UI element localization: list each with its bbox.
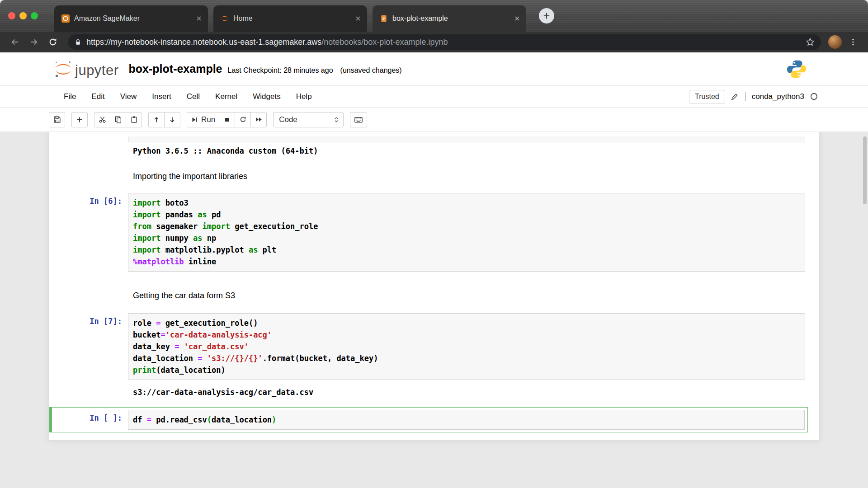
move-cell-up-button[interactable] [148, 112, 165, 127]
markdown-text: Importing the important libraries [128, 170, 805, 182]
save-button[interactable] [49, 112, 65, 127]
bookmark-star-icon[interactable] [806, 38, 815, 47]
code-cell[interactable]: In [6]:import boto3import pandas as pdfr… [49, 193, 819, 272]
copy-cell-button[interactable] [110, 112, 126, 127]
interrupt-kernel-button[interactable] [219, 112, 235, 127]
code-line: %matplotlib inline [133, 256, 800, 267]
jupyter-logo-icon [53, 59, 73, 79]
menu-view[interactable]: View [113, 89, 145, 104]
tab-title: Amazon SageMaker [74, 14, 191, 23]
code-line: from sagemaker import get_execution_role [133, 221, 800, 232]
cell-prompt: In [7]: [49, 313, 128, 326]
tab-amazon-sagemaker[interactable]: Amazon SageMaker [54, 5, 208, 32]
code-line: import numpy as np [133, 232, 800, 244]
run-button-label: Run [201, 115, 215, 124]
cut-cell-button[interactable] [94, 112, 110, 127]
restart-kernel-button[interactable] [235, 112, 251, 127]
arrow-up-icon [153, 116, 160, 123]
browser-toolbar: https://my-notebook-instance.notebook.us… [0, 32, 868, 52]
output-text: s3://car-data-analysis-acg/car_data.csv [128, 386, 805, 398]
url-host: https://my-notebook-instance.notebook.us… [86, 38, 321, 47]
kernel-idle-indicator-icon [810, 92, 818, 101]
browser-menu-button[interactable] [845, 34, 861, 50]
code-input-area[interactable]: import boto3import pandas as pdfrom sage… [128, 193, 805, 272]
arrow-down-icon [169, 116, 176, 123]
reload-button[interactable] [45, 34, 61, 50]
scrollbar-thumb[interactable] [863, 136, 867, 204]
unsaved-changes-status: (unsaved changes) [340, 66, 402, 75]
three-dots-icon [849, 38, 857, 46]
menu-kernel[interactable]: Kernel [208, 89, 245, 104]
menu-help[interactable]: Help [288, 89, 320, 104]
new-tab-button[interactable] [539, 8, 554, 23]
jupyter-favicon-icon [221, 14, 229, 23]
forward-button[interactable] [26, 34, 42, 50]
paste-clipboard-icon [130, 116, 138, 123]
trusted-button[interactable]: Trusted [689, 90, 725, 103]
menu-insert[interactable]: Insert [144, 89, 179, 104]
code-line: print(data_location) [133, 364, 800, 376]
markdown-cell[interactable]: Getting the car data form S3 [49, 290, 819, 301]
cell-prompt [49, 386, 128, 390]
kernel-name: conda_python3 [752, 92, 804, 101]
back-arrow-icon [10, 37, 20, 47]
cell-type-dropdown[interactable]: Code [273, 112, 344, 127]
code-line: role = get_execution_role() [133, 317, 800, 329]
reload-icon [48, 37, 58, 47]
move-cell-down-button[interactable] [164, 112, 180, 127]
lock-icon [74, 38, 82, 46]
browser-tab-strip: Amazon SageMaker Home box-plot-example [0, 0, 868, 32]
add-cell-button[interactable] [71, 112, 88, 127]
code-line: import matplotlib.pyplot as plt [133, 244, 800, 256]
tab-title: Home [233, 14, 350, 23]
tab-close-icon[interactable] [195, 15, 203, 22]
menu-edit[interactable]: Edit [84, 89, 112, 104]
address-bar[interactable]: https://my-notebook-instance.notebook.us… [68, 34, 821, 50]
output-area[interactable]: Python 3.6.5 :: Anaconda custom (64-bit) [49, 145, 819, 157]
menu-widgets[interactable]: Widgets [245, 89, 288, 104]
notebook-cells: Python 3.6.5 :: Anaconda custom (64-bit)… [49, 145, 819, 432]
menu-cell[interactable]: Cell [179, 89, 208, 104]
tab-close-icon[interactable] [354, 15, 362, 22]
run-cell-button[interactable]: Run [187, 112, 219, 127]
code-cell[interactable]: In [ ]:df = pd.read_csv(data_location) [49, 407, 808, 432]
cell-type-value: Code [279, 115, 333, 124]
jupyter-header: jupyter box-plot-example Last Checkpoint… [0, 52, 868, 86]
back-button[interactable] [7, 34, 23, 50]
cell-prompt [49, 145, 128, 149]
notebook-container: Python 3.6.5 :: Anaconda custom (64-bit)… [49, 132, 819, 441]
checkpoint-status: Last Checkpoint: 28 minutes ago [228, 66, 333, 75]
paste-cell-button[interactable] [126, 112, 142, 127]
jupyter-logo[interactable]: jupyter [53, 59, 119, 79]
step-forward-icon [191, 116, 198, 123]
tab-close-icon[interactable] [514, 15, 521, 22]
code-line: data_key = 'car_data.csv' [133, 341, 800, 352]
code-line: bucket='car-data-analysis-acg' [133, 329, 800, 341]
minimize-window-button[interactable] [19, 12, 27, 19]
command-palette-button[interactable] [350, 112, 367, 127]
code-line: import boto3 [133, 197, 800, 209]
notebook-title[interactable]: box-plot-example [129, 62, 222, 75]
restart-run-all-button[interactable] [250, 112, 267, 127]
previous-cell-bottom-edge[interactable] [128, 136, 805, 142]
fast-forward-icon [255, 116, 263, 123]
close-window-button[interactable] [8, 12, 15, 19]
output-area[interactable]: s3://car-data-analysis-acg/car_data.csv [49, 386, 819, 398]
zoom-window-button[interactable] [31, 12, 38, 19]
tab-home[interactable]: Home [213, 5, 367, 32]
python-logo-icon [786, 59, 807, 80]
markdown-cell[interactable]: Importing the important libraries [49, 170, 819, 182]
code-line: df = pd.read_csv(data_location) [133, 414, 800, 426]
cell-prompt [49, 290, 128, 293]
notebook-menubar: File Edit View Insert Cell Kernel Widget… [0, 86, 868, 108]
cell-prompt: In [6]: [49, 193, 128, 206]
code-input-area[interactable]: df = pd.read_csv(data_location) [128, 410, 805, 430]
menu-file[interactable]: File [56, 89, 84, 104]
code-input-area[interactable]: role = get_execution_role()bucket='car-d… [128, 313, 805, 380]
edit-pencil-icon[interactable] [731, 93, 739, 101]
code-cell[interactable]: In [7]:role = get_execution_role()bucket… [49, 313, 819, 380]
select-arrows-icon [333, 116, 340, 123]
browser-profile-avatar[interactable] [828, 35, 842, 49]
scissors-icon [99, 116, 106, 123]
tab-box-plot-example[interactable]: box-plot-example [373, 5, 526, 32]
